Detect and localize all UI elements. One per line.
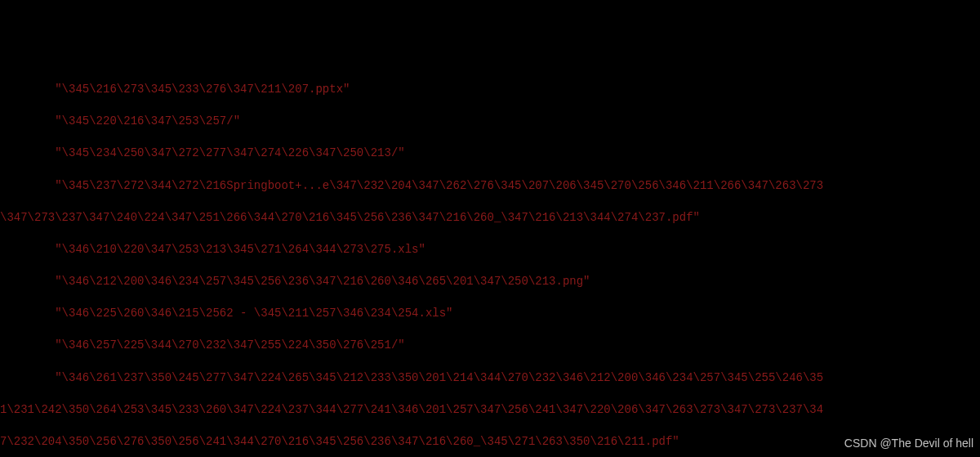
untracked-file: "\345\216\273\345\233\276\347\211\207.pp… — [0, 82, 980, 98]
untracked-file-wrap: 7\232\204\350\256\276\350\256\241\344\27… — [0, 434, 980, 450]
watermark-text: CSDN @The Devil of hell — [844, 436, 973, 452]
untracked-file-wrap: \347\273\237\347\240\224\347\251\266\344… — [0, 210, 980, 226]
untracked-file: "\346\257\225\344\270\232\347\255\224\35… — [0, 338, 980, 354]
untracked-file: "\345\237\272\344\272\216Springboot+...e… — [0, 178, 980, 195]
untracked-file: "\345\234\250\347\272\277\347\274\226\34… — [0, 146, 980, 162]
untracked-file-wrap: 1\231\242\350\264\253\345\233\260\347\22… — [0, 402, 980, 419]
untracked-file: "\345\220\216\347\253\257/" — [0, 114, 980, 130]
untracked-file: "\346\210\220\347\253\213\345\271\264\34… — [0, 242, 980, 258]
untracked-file: "\346\225\260\346\215\2562 - \345\211\25… — [0, 306, 980, 322]
untracked-file: "\346\261\237\350\245\277\347\224\265\34… — [0, 370, 980, 387]
untracked-file: "\346\212\200\346\234\257\345\256\236\34… — [0, 274, 980, 290]
terminal-output: "\345\216\273\345\233\276\347\211\207.pp… — [0, 64, 980, 457]
